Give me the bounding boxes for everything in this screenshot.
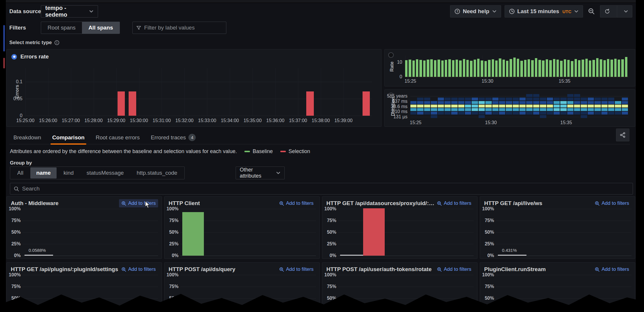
heatmap-cell — [540, 115, 546, 118]
y-tick-label: 50% — [165, 230, 178, 235]
tab-root-cause-errors[interactable]: Root cause errors — [96, 131, 140, 144]
explore-traces-page: Data source tempo - sedemo ? Need help L… — [6, 3, 636, 312]
rate-bar — [492, 59, 494, 77]
heatmap-cell — [533, 94, 539, 97]
heatmap-cell — [458, 105, 464, 108]
heatmap-cell — [581, 112, 587, 115]
grid-line — [298, 68, 298, 116]
add-to-filters-button[interactable]: Add to filters — [435, 199, 474, 207]
heatmap-cell — [410, 101, 416, 104]
grid-line — [338, 232, 474, 233]
grid-line — [71, 68, 71, 116]
heatmap-cell — [615, 105, 621, 108]
legend-baseline: Baseline — [244, 148, 273, 155]
heatmap-cell — [492, 101, 498, 104]
heatmap-cell — [472, 105, 478, 108]
heatmap-cell — [513, 108, 519, 111]
panel-header: PluginClient.runStreamAdd to filters — [480, 263, 635, 274]
heatmap-cell — [547, 108, 553, 111]
add-to-filters-button[interactable]: Add to filters — [435, 265, 474, 273]
add-to-filters-button[interactable]: Add to filters — [277, 265, 316, 273]
tab-bar: Breakdown Comparison Root cause errors E… — [9, 131, 630, 144]
add-to-filters-button[interactable]: Add to filters — [277, 199, 316, 207]
grid-line — [116, 68, 117, 116]
group-by-option-name[interactable]: name — [30, 167, 57, 178]
heatmap-cell — [594, 98, 601, 100]
rate-bar — [528, 59, 530, 77]
heatmap-cell — [485, 108, 491, 111]
add-to-filters-button[interactable]: Add to filters — [592, 199, 632, 207]
heatmap-cell — [622, 105, 628, 108]
search-input[interactable] — [22, 186, 629, 192]
grid-line — [275, 68, 276, 116]
y-tick-label: 75% — [323, 218, 336, 223]
grid-line — [344, 68, 344, 116]
heatmap-cell — [499, 105, 505, 108]
root-spans-option[interactable]: Root spans — [41, 22, 82, 34]
heatmap-cell — [438, 108, 444, 111]
tab-breakdown[interactable]: Breakdown — [13, 131, 41, 144]
heatmap-cell — [485, 105, 491, 108]
time-range-picker[interactable]: Last 15 minutes UTC — [505, 5, 583, 18]
selection-bar — [363, 208, 385, 256]
heatmap-cell — [410, 105, 416, 108]
heatmap-cell — [485, 112, 491, 115]
y-tick-label: 50% — [7, 230, 21, 235]
rate-bar — [452, 60, 454, 77]
heatmap-cell — [560, 101, 566, 104]
y-tick-label: 50% — [323, 230, 336, 235]
chevron-down-icon — [276, 171, 281, 175]
data-source-select[interactable]: tempo - sedemo — [41, 5, 98, 18]
grid-line — [230, 68, 230, 116]
data-source-label: Data source — [9, 8, 41, 15]
heatmap-cell — [472, 112, 478, 115]
heatmap-cell — [499, 101, 505, 104]
group-by-option-http.status_code[interactable]: http.status_code — [131, 167, 183, 178]
add-to-filters-button[interactable]: Add to filters — [592, 265, 632, 273]
heatmap-cell — [547, 101, 553, 104]
group-by-option-kind[interactable]: kind — [58, 167, 80, 178]
panel-header: HTTP POST /api/user/auth-tokens/rotateAd… — [322, 263, 477, 274]
grid-line — [22, 275, 158, 275]
rate-bar — [438, 60, 440, 77]
share-button[interactable] — [616, 129, 629, 141]
heatmap-cell — [479, 101, 485, 104]
rate-bar — [575, 59, 577, 77]
add-to-filters-button[interactable]: Add to filters — [119, 265, 158, 273]
tab-comparison[interactable]: Comparison — [52, 131, 85, 144]
grid-line — [410, 96, 629, 96]
tab-errored-traces[interactable]: Errored traces 4 — [151, 131, 196, 144]
refresh-button[interactable] — [600, 6, 614, 17]
rate-bar — [409, 60, 411, 77]
heatmap-cell — [526, 101, 532, 104]
heatmap-cell — [465, 108, 471, 111]
heatmap-cell — [424, 101, 430, 104]
heatmap-cell — [533, 105, 539, 108]
heatmap-cell — [513, 105, 519, 108]
add-to-filters-button[interactable]: Add to filters — [119, 199, 158, 207]
group-by-option-statusMessage[interactable]: statusMessage — [81, 167, 130, 178]
grid-line — [338, 287, 474, 287]
other-attributes-select[interactable]: Other attributes — [236, 167, 285, 179]
rate-bar — [495, 60, 498, 77]
heatmap-cell — [410, 112, 416, 115]
heatmap-cell — [622, 108, 628, 111]
heatmap-cell — [567, 94, 573, 97]
heatmap-cell — [479, 108, 485, 111]
need-help-button[interactable]: ? Need help — [450, 5, 501, 18]
heatmap-cell — [540, 112, 546, 115]
all-spans-option[interactable]: All spans — [82, 22, 119, 34]
legend-selection: Selection — [280, 148, 310, 155]
heatmap-cell — [594, 101, 601, 104]
refresh-interval-dropdown[interactable] — [620, 6, 632, 17]
info-circle-icon[interactable] — [54, 40, 60, 45]
grid-line — [338, 244, 474, 244]
rate-bar — [585, 59, 588, 77]
y-tick-label: 75% — [165, 218, 178, 223]
group-by-option-All[interactable]: All — [11, 167, 29, 178]
rate-bar — [607, 59, 609, 77]
label-filter-input[interactable] — [144, 25, 223, 31]
zoom-out-button[interactable] — [587, 5, 596, 18]
heatmap-cell — [533, 108, 539, 111]
divider — [617, 6, 617, 17]
